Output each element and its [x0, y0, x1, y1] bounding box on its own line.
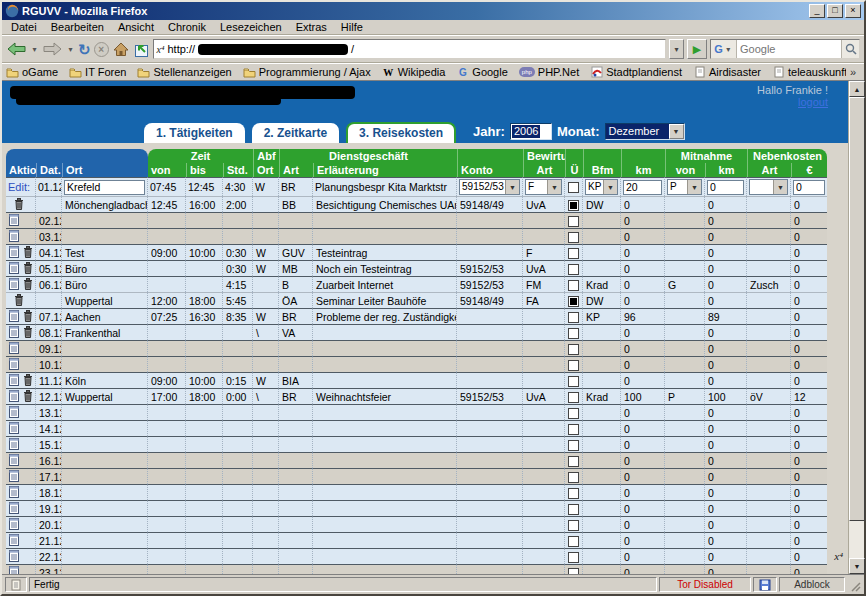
- uebernachtung-checkbox[interactable]: [568, 456, 579, 467]
- tab-zeitkarte[interactable]: 2. Zeitkarte: [252, 123, 339, 143]
- bookmark-airdisaster[interactable]: Airdisaster: [693, 66, 761, 78]
- menu-hilfe[interactable]: Hilfe: [334, 21, 370, 33]
- delete-entry-icon[interactable]: [14, 294, 24, 308]
- add-entry-icon[interactable]: [9, 518, 19, 532]
- uebernachtung-checkbox[interactable]: [568, 440, 579, 451]
- bookmarks-overflow-chevron[interactable]: »: [846, 66, 860, 78]
- forward-history-dropdown[interactable]: ▾: [66, 45, 75, 54]
- add-entry-icon[interactable]: [9, 422, 19, 436]
- edit-link[interactable]: Edit:: [8, 181, 30, 193]
- mitnahme-von-select[interactable]: P▼: [667, 179, 702, 195]
- uebernachtung-checkbox[interactable]: [568, 488, 579, 499]
- add-entry-icon[interactable]: [9, 342, 19, 356]
- reload-button[interactable]: ↻: [78, 38, 91, 60]
- menu-ansicht[interactable]: Ansicht: [111, 21, 161, 33]
- uebernachtung-checkbox[interactable]: [568, 264, 579, 275]
- add-entry-icon[interactable]: [9, 310, 19, 324]
- menu-lesezeichen[interactable]: Lesezeichen: [213, 21, 289, 33]
- search-input[interactable]: [737, 40, 841, 58]
- add-entry-icon[interactable]: [9, 246, 19, 260]
- uebernachtung-checkbox[interactable]: [568, 520, 579, 531]
- uebernachtung-checkbox[interactable]: [568, 216, 579, 227]
- add-entry-icon[interactable]: [9, 358, 19, 372]
- uebernachtung-checkbox[interactable]: [568, 552, 579, 563]
- delete-entry-icon[interactable]: [23, 390, 33, 404]
- add-entry-icon[interactable]: [9, 230, 19, 244]
- add-entry-icon[interactable]: [9, 326, 19, 340]
- tab-taetigkeiten[interactable]: 1. Tätigkeiten: [144, 123, 245, 143]
- add-entry-icon[interactable]: [9, 502, 19, 516]
- address-bar[interactable]: x⁴ http:// /: [153, 39, 666, 59]
- delete-entry-icon[interactable]: [14, 198, 24, 212]
- menu-extras[interactable]: Extras: [289, 21, 334, 33]
- uebernachtung-checkbox[interactable]: [568, 504, 579, 515]
- uebernachtung-checkbox[interactable]: [568, 392, 579, 403]
- add-entry-icon[interactable]: [9, 550, 19, 564]
- delete-entry-icon[interactable]: [23, 278, 33, 292]
- scroll-down-button[interactable]: ▼: [849, 558, 865, 574]
- add-entry-icon[interactable]: [9, 390, 19, 404]
- add-entry-icon[interactable]: [9, 566, 19, 574]
- uebernachtung-checkbox[interactable]: [568, 536, 579, 547]
- uebernachtung-checkbox[interactable]: [568, 248, 579, 259]
- bookmark-stellenanzeigen[interactable]: Stellenanzeigen: [137, 66, 231, 78]
- month-select[interactable]: Dezember ▼: [605, 123, 685, 140]
- logout-link[interactable]: logout: [798, 96, 828, 108]
- tor-status-button[interactable]: Tor Disabled: [659, 577, 751, 592]
- delete-entry-icon[interactable]: [23, 374, 33, 388]
- uebernachtung-checkbox[interactable]: [568, 568, 579, 574]
- go-button[interactable]: ▶: [687, 39, 707, 59]
- scrollbar-thumb[interactable]: [849, 97, 865, 521]
- uebernachtung-checkbox[interactable]: [568, 376, 579, 387]
- delete-entry-icon[interactable]: [23, 262, 33, 276]
- add-entry-icon[interactable]: [9, 374, 19, 388]
- scroll-up-button[interactable]: ▲: [849, 81, 865, 97]
- uebernachtung-checkbox[interactable]: [568, 472, 579, 483]
- tab-reisekosten[interactable]: 3. Reisekosten: [346, 122, 456, 143]
- nebenkosten-art-select[interactable]: ▼: [749, 179, 788, 195]
- add-entry-icon[interactable]: [9, 534, 19, 548]
- uebernachtung-checkbox[interactable]: [568, 200, 579, 211]
- open-link-extension-icon[interactable]: [133, 38, 150, 60]
- stop-button[interactable]: ×: [94, 38, 109, 60]
- page-scrollbar[interactable]: ▲ ▼: [848, 81, 864, 574]
- menu-datei[interactable]: Datei: [4, 21, 44, 33]
- close-button[interactable]: ×: [845, 4, 861, 18]
- bookmark-stadtplandienst[interactable]: Stadtplandienst: [590, 66, 682, 78]
- adblock-status-button[interactable]: Adblock: [779, 577, 845, 592]
- bookmark-wikipedia[interactable]: WWikipedia: [382, 66, 446, 78]
- add-entry-icon[interactable]: [9, 486, 19, 500]
- km-input[interactable]: [623, 180, 662, 195]
- bookmark-programmierung-ajax[interactable]: Programmierung / Ajax: [243, 66, 371, 78]
- add-entry-icon[interactable]: [9, 278, 19, 292]
- uebernachtung-checkbox[interactable]: [568, 312, 579, 323]
- uebernachtung-checkbox[interactable]: [568, 328, 579, 339]
- delete-entry-icon[interactable]: [23, 310, 33, 324]
- uebernachtung-checkbox[interactable]: [568, 296, 579, 307]
- uebernachtung-checkbox[interactable]: [568, 182, 579, 193]
- uebernachtung-checkbox[interactable]: [568, 424, 579, 435]
- bookmark-ogame[interactable]: oGame: [6, 66, 58, 78]
- home-button[interactable]: [112, 38, 130, 60]
- add-entry-icon[interactable]: [9, 470, 19, 484]
- mitnahme-km-input[interactable]: [707, 180, 744, 195]
- uebernachtung-checkbox[interactable]: [568, 344, 579, 355]
- uebernachtung-checkbox[interactable]: [568, 408, 579, 419]
- forward-button[interactable]: [42, 38, 63, 60]
- add-entry-icon[interactable]: [9, 262, 19, 276]
- url-history-dropdown[interactable]: ▾: [669, 39, 684, 59]
- back-history-dropdown[interactable]: ▾: [30, 45, 39, 54]
- search-magnifier-icon[interactable]: [841, 40, 859, 58]
- delete-entry-icon[interactable]: [23, 326, 33, 340]
- menu-bearbeiten[interactable]: Bearbeiten: [44, 21, 111, 33]
- bookmark-it-foren[interactable]: IT Foren: [69, 66, 126, 78]
- ort-input[interactable]: [64, 180, 145, 195]
- add-entry-icon[interactable]: [9, 406, 19, 420]
- search-engine-button[interactable]: G ▾: [711, 40, 737, 58]
- delete-entry-icon[interactable]: [23, 246, 33, 260]
- bookmark-php-net[interactable]: phpPHP.Net: [519, 66, 579, 78]
- uebernachtung-checkbox[interactable]: [568, 232, 579, 243]
- uebernachtung-checkbox[interactable]: [568, 280, 579, 291]
- minimize-button[interactable]: _: [809, 4, 825, 18]
- bfm-select[interactable]: KP▼: [585, 179, 618, 195]
